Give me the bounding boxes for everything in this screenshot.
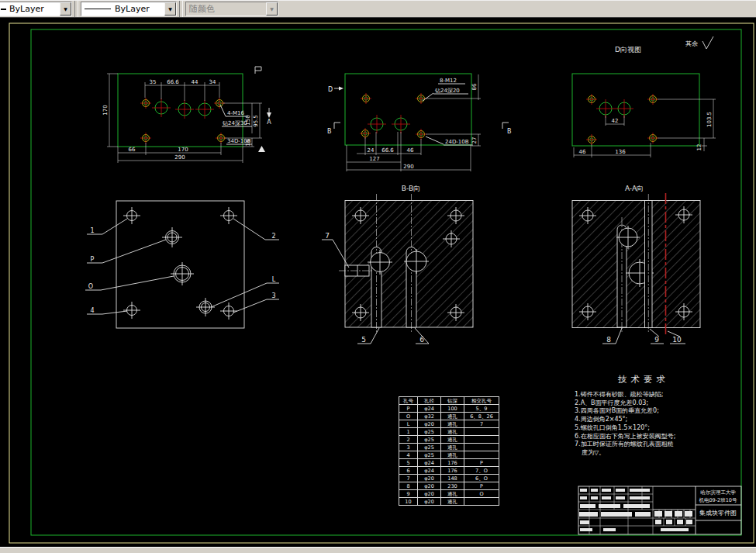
table-cell: φ20 [418, 420, 441, 428]
table-cell: 通孔 [441, 420, 464, 428]
table-cell: 9 [399, 490, 418, 498]
view-top-middle: D B B 8-M12 钻24深20 24D-10B 24 66.6 46 12… [327, 74, 512, 171]
port-label: 2 [271, 233, 275, 240]
table-header: 相交孔号 [464, 397, 499, 405]
table-cell: 通孔 [441, 490, 464, 498]
cad-application-window: ByLayer ByLayer 随颜色 [0, 0, 756, 553]
table-cell: 3 [399, 444, 418, 451]
hole-table-body: Pφ241005、9Oφ32通孔6、8、26Lφ20通孔71φ25通孔2φ25通… [399, 405, 499, 506]
table-cell: L [399, 420, 418, 428]
table-cell: 176 [441, 467, 464, 475]
table-row: 3φ25通孔 [399, 444, 499, 451]
table-cell: 10 [399, 498, 418, 506]
table-header: 孔径 [418, 397, 441, 405]
dimension-text: 12 [696, 144, 702, 151]
dimension-text: 136 [615, 149, 626, 155]
table-cell: φ20 [418, 490, 441, 498]
hole-marker [586, 94, 658, 145]
dimension-text: 35 [150, 79, 157, 85]
surface-finish-icon [702, 36, 713, 49]
port-label: L [272, 276, 276, 283]
table-row: 10φ20通孔 [399, 498, 499, 506]
tech-requirement-line: 4.周边倒角2×45°; [575, 416, 750, 424]
table-cell: 4 [399, 451, 418, 459]
table-row: 8φ20230P [399, 482, 499, 490]
color-swatch [1, 9, 6, 10]
callout-label: 8 [606, 336, 611, 344]
table-cell: 148 [441, 475, 464, 482]
tech-requirement-line: 7.加工时保证所有的螺纹孔表面粗糙 [575, 441, 750, 449]
section-aa: A-A向 [572, 185, 700, 344]
hole-note: 34D-10B [227, 138, 251, 144]
dimension-text: 66 [129, 147, 136, 153]
table-cell: 230 [441, 482, 464, 490]
dimension-text: 66.6 [381, 147, 394, 154]
dimension-text: 290 [403, 164, 413, 170]
section-bb: B-B向 [322, 185, 473, 344]
callout-label: 5 [361, 336, 366, 344]
class-number: 机电09-2班10号 [699, 497, 737, 503]
table-cell: 6、O [464, 475, 499, 482]
drawing-svg: 35 66.6 44 34 170 66 170 290 150 95.5 16 [0, 19, 756, 547]
school-name: 哈尔滨理工大学 [700, 489, 736, 496]
port-label: P [91, 256, 95, 263]
callout-label: 7 [325, 232, 330, 240]
dimension-text: 86 [471, 83, 478, 90]
chevron-down-icon[interactable] [164, 2, 176, 16]
table-cell: 5 [399, 459, 418, 467]
dimension-text: 290 [174, 154, 185, 161]
table-cell: φ25 [418, 428, 441, 436]
hole-note: 24D-10B [445, 139, 469, 145]
hole-table: 孔号 孔径 钻深 相交孔号 Pφ241005、9Oφ32通孔6、8、26Lφ20… [399, 396, 499, 506]
table-header: 钻深 [441, 397, 464, 405]
table-cell: 7、O [464, 467, 499, 475]
table-cell: 6 [399, 467, 418, 475]
linetype-combo[interactable]: ByLayer [81, 2, 177, 16]
table-cell: φ20 [418, 482, 441, 490]
dimension-text: 95.5 [253, 115, 259, 127]
table-cell: 5、9 [464, 405, 499, 413]
port-label: O [88, 283, 93, 290]
callout-label: 9 [654, 336, 659, 344]
dimension-text: 46 [407, 147, 414, 154]
table-cell: φ25 [418, 451, 441, 459]
table-cell: 通孔 [441, 436, 464, 444]
table-row: 9φ20通孔O [399, 490, 499, 498]
tech-requirements: 技术要求 1.铸件不得有砂眼、疏松等缺陷;2.A、B面平行度允差0.03;3.四… [575, 374, 750, 458]
surface-finish-note: 其余 [685, 40, 698, 47]
color-combo[interactable]: ByLayer [0, 2, 72, 16]
table-cell [464, 436, 499, 444]
drawing-canvas[interactable]: 35 66.6 44 34 170 66 170 290 150 95.5 16 [0, 19, 756, 547]
table-cell: φ20 [418, 498, 441, 506]
table-header-row: 孔号 孔径 钻深 相交孔号 [399, 397, 499, 405]
table-cell: 2 [399, 436, 418, 444]
dimension-text: 46 [579, 149, 586, 155]
dimension-text: 24 [368, 147, 375, 154]
section-letter: B [507, 128, 512, 135]
table-cell: 1 [399, 428, 418, 436]
table-cell: φ32 [418, 413, 441, 420]
tech-requirement-line: 5.螺纹孔口倒角1.5×120°; [575, 424, 750, 433]
view-title: D向视图 [615, 46, 641, 54]
table-cell: P [464, 482, 499, 490]
table-cell: 7 [464, 420, 499, 428]
table-row: 4φ25通孔 [399, 451, 499, 459]
table-cell: 通孔 [441, 413, 464, 420]
tech-requirement-line: 2.A、B面平行度允差0.03; [575, 399, 750, 408]
chevron-down-icon[interactable] [60, 2, 71, 16]
chevron-down-icon [266, 2, 278, 16]
table-row: 1φ25通孔 [399, 428, 499, 436]
dimension-text: 27 [471, 137, 478, 144]
table-cell [464, 428, 499, 436]
drawing-title: 集成块零件图 [699, 510, 737, 517]
dimension-text: 103.5 [706, 112, 713, 127]
hole-marker [123, 207, 237, 320]
tech-requirements-title: 技术要求 [618, 374, 750, 385]
table-cell: 通孔 [441, 498, 464, 506]
title-block: 哈尔滨理工大学 机电09-2班10号 集成块零件图 [578, 486, 741, 534]
dimension-text: 42 [612, 118, 619, 124]
table-cell: O [399, 413, 418, 420]
table-cell: 176 [441, 459, 464, 467]
table-row: Lφ20通孔7 [399, 420, 499, 428]
callout-label: 6 [419, 336, 424, 344]
